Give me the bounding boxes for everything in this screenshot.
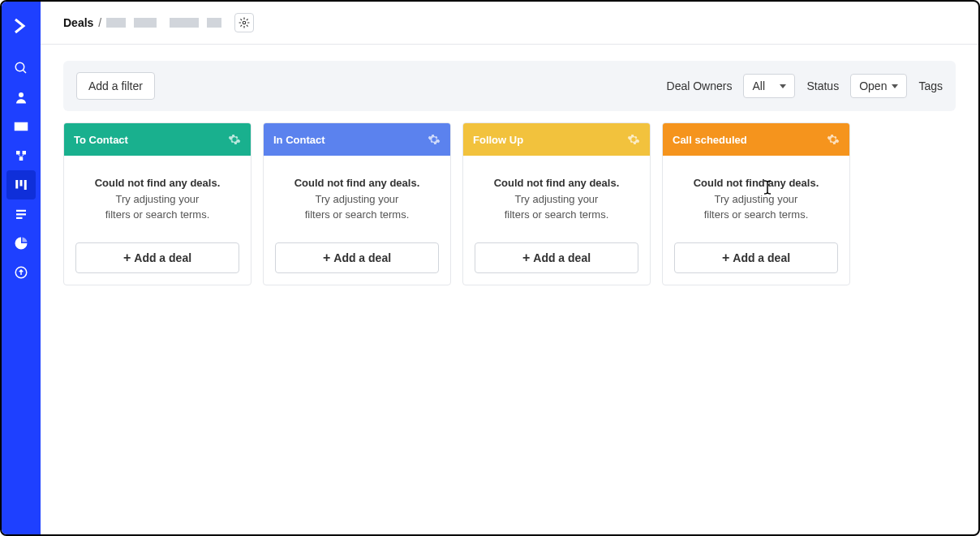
empty-line3: filters or search terms.: [275, 207, 439, 223]
gear-icon: [239, 17, 250, 28]
add-filter-button[interactable]: Add a filter: [76, 72, 155, 100]
empty-line1: Could not find any deals.: [674, 175, 838, 191]
sidebar-item-contacts[interactable]: [6, 83, 36, 112]
empty-state: Could not find any deals. Try adjusting …: [75, 175, 239, 223]
empty-state: Could not find any deals. Try adjusting …: [475, 175, 638, 223]
column-title: In Contact: [273, 134, 325, 146]
column-title: Follow Up: [473, 134, 523, 146]
svg-rect-14: [16, 217, 23, 219]
plus-icon: +: [123, 251, 131, 264]
mail-icon: [14, 119, 28, 134]
filter-bar: Add a filter Deal Owners All Status Open…: [63, 61, 956, 111]
status-dropdown[interactable]: Open: [850, 74, 907, 98]
deal-owners-value: All: [752, 79, 765, 92]
breadcrumb-separator: /: [98, 16, 101, 29]
search-icon: [14, 61, 28, 75]
pipeline-columns: To Contact Could not find any deals. Try…: [41, 111, 978, 297]
kanban-icon: [14, 178, 28, 192]
svg-rect-9: [15, 180, 18, 189]
add-deal-button[interactable]: + Add a deal: [275, 242, 439, 273]
add-deal-button[interactable]: + Add a deal: [674, 242, 838, 273]
column-title: To Contact: [74, 134, 128, 146]
svg-rect-12: [16, 210, 26, 212]
plus-icon: +: [323, 251, 330, 264]
empty-line3: filters or search terms.: [75, 207, 239, 223]
empty-state: Could not find any deals. Try adjusting …: [275, 175, 439, 223]
empty-line1: Could not find any deals.: [475, 175, 638, 191]
sidebar-item-deals[interactable]: [6, 170, 36, 199]
add-deal-label: Add a deal: [733, 251, 790, 264]
column-header: Call scheduled: [663, 123, 849, 156]
empty-line2: Try adjusting your: [275, 191, 439, 208]
empty-line2: Try adjusting your: [674, 191, 838, 208]
breadcrumb-redacted: [134, 18, 157, 28]
column-title: Call scheduled: [673, 134, 747, 146]
svg-point-0: [15, 62, 24, 71]
breadcrumb-redacted: [170, 18, 199, 28]
gear-icon[interactable]: [827, 133, 840, 146]
column-header: In Contact: [264, 123, 450, 156]
sidebar-item-search[interactable]: [6, 54, 36, 83]
gear-icon[interactable]: [428, 133, 441, 146]
pie-icon: [14, 236, 28, 251]
sidebar-item-campaigns[interactable]: [6, 112, 36, 141]
sidebar-item-upload[interactable]: [6, 258, 36, 287]
column-header: Follow Up: [463, 123, 650, 156]
deal-owners-dropdown[interactable]: All: [743, 74, 795, 98]
add-deal-label: Add a deal: [134, 251, 191, 264]
gear-icon[interactable]: [627, 133, 640, 146]
column-call-scheduled: Call scheduled Could not find any deals.…: [662, 122, 850, 285]
sidebar-item-reports[interactable]: [6, 229, 36, 258]
svg-point-2: [19, 92, 24, 97]
svg-rect-5: [23, 151, 27, 155]
empty-line1: Could not find any deals.: [275, 175, 439, 191]
gear-icon[interactable]: [228, 133, 241, 146]
breadcrumb-redacted: [106, 18, 126, 28]
status-label: Status: [806, 79, 839, 92]
add-deal-button[interactable]: + Add a deal: [475, 242, 638, 273]
column-header: To Contact: [64, 123, 251, 156]
status-value: Open: [859, 79, 887, 92]
empty-line2: Try adjusting your: [475, 191, 638, 208]
column-in-contact: In Contact Could not find any deals. Try…: [263, 122, 451, 285]
sidebar-item-automations[interactable]: [6, 141, 36, 170]
svg-rect-6: [19, 157, 24, 161]
svg-rect-4: [16, 151, 20, 155]
add-deal-button[interactable]: + Add a deal: [75, 242, 239, 273]
person-icon: [14, 90, 28, 105]
svg-line-1: [23, 70, 26, 73]
svg-rect-11: [24, 180, 27, 190]
chevron-down-icon: [780, 84, 786, 88]
upload-icon: [14, 265, 28, 280]
sidebar: [2, 2, 41, 534]
pipeline-settings-button[interactable]: [234, 13, 254, 32]
svg-rect-10: [20, 180, 23, 187]
empty-line1: Could not find any deals.: [75, 175, 239, 191]
empty-line2: Try adjusting your: [75, 191, 239, 208]
svg-rect-13: [16, 213, 26, 215]
tags-label[interactable]: Tags: [918, 79, 943, 92]
chevron-down-icon: [892, 84, 898, 88]
list-icon: [14, 207, 28, 221]
column-to-contact: To Contact Could not find any deals. Try…: [63, 122, 251, 285]
breadcrumb-root[interactable]: Deals: [63, 16, 93, 29]
deal-owners-label: Deal Owners: [667, 79, 733, 92]
logo-icon: [11, 16, 31, 36]
automation-icon: [14, 148, 28, 163]
svg-rect-3: [15, 123, 28, 131]
empty-line3: filters or search terms.: [674, 207, 838, 223]
add-deal-label: Add a deal: [333, 251, 391, 264]
breadcrumb: Deals /: [41, 2, 978, 45]
column-follow-up: Follow Up Could not find any deals. Try …: [462, 122, 651, 285]
breadcrumb-redacted: [207, 18, 221, 28]
plus-icon: +: [522, 251, 530, 264]
add-deal-label: Add a deal: [533, 251, 591, 264]
svg-line-8: [21, 155, 24, 157]
plus-icon: +: [722, 251, 729, 264]
svg-line-7: [18, 155, 21, 157]
empty-line3: filters or search terms.: [475, 207, 638, 223]
main-content: Deals / Add a filter Deal Owners All Sta…: [41, 2, 978, 534]
svg-point-16: [243, 21, 247, 24]
sidebar-item-lists[interactable]: [6, 199, 36, 229]
empty-state: Could not find any deals. Try adjusting …: [674, 175, 838, 223]
